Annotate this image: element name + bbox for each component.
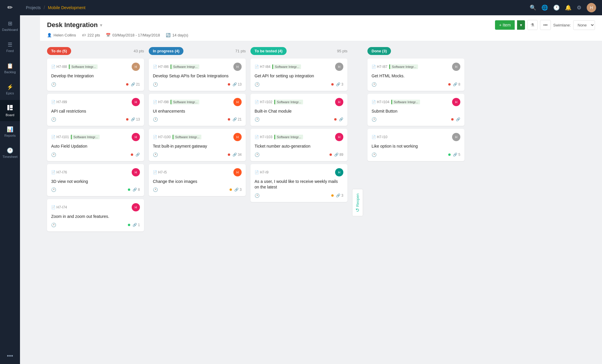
card-title: Ticket number auto-generation: [255, 143, 343, 149]
sidebar-item-dashboard[interactable]: ⊞ Dashboard: [0, 15, 20, 36]
user-avatar[interactable]: H: [587, 3, 596, 12]
bell-icon[interactable]: 🔔: [565, 4, 571, 11]
card-id: 📄 H7-I10: [372, 135, 387, 139]
card-comments: 🔗 8: [133, 188, 140, 192]
card-avatar: H: [452, 133, 460, 141]
card[interactable]: 📄 H7-I98Software Integr...HUI enhancemen…: [149, 94, 246, 126]
card[interactable]: 📄 H7-I88Software Integr...HDevelop the I…: [47, 59, 144, 91]
card-title: Zoom in and zoom out features.: [51, 214, 140, 220]
status-dot: [126, 118, 128, 121]
comment-icon: 🔗: [334, 153, 339, 157]
board-area: To do (5)43 pts📄 H7-I88Software Integr..…: [40, 41, 602, 364]
comment-icon: 🔗: [453, 82, 457, 86]
clock-icon: 🕐: [51, 117, 56, 122]
sidebar-item-reports[interactable]: 📊 Reports: [0, 121, 20, 142]
duration-meta: 🔄 14 day(s): [166, 33, 188, 37]
card-avatar: H: [335, 168, 343, 176]
comment-icon: 🔗: [336, 193, 340, 198]
topnav-actions: 🔍 🌐 🕐 🔔 ⚙ H: [530, 3, 596, 12]
column-header-tobetested: To be tested (4)95 pts: [250, 47, 347, 55]
card[interactable]: 📄 H7-I10HLike option is not working🕐🔗 5: [367, 129, 464, 161]
column-badge-todo: To do (5): [47, 47, 71, 55]
page-title-caret-icon[interactable]: ▾: [100, 22, 102, 28]
card-title: 3D view not working: [51, 179, 140, 185]
reports-icon: 📊: [7, 126, 13, 133]
svg-rect-0: [7, 105, 9, 110]
more-options-button[interactable]: •••: [540, 20, 551, 30]
clock-icon[interactable]: 🕐: [553, 4, 560, 11]
status-dot: [448, 83, 451, 86]
owner-name: Helen Collins: [53, 33, 76, 37]
card[interactable]: 📄 H7-I9HAs a user, I would like to recei…: [250, 164, 347, 202]
card[interactable]: 📄 H7-I87Software Integr...HGet HTML Mock…: [367, 59, 464, 91]
status-dot: [230, 188, 232, 191]
card-comments: 🔗: [456, 117, 460, 121]
card[interactable]: 📄 H7-I74HZoom in and zoom out features.🕐…: [47, 199, 144, 231]
column-header-todo: To do (5)43 pts: [47, 47, 144, 55]
card-title: API call restrictions: [51, 108, 140, 114]
search-icon[interactable]: 🔍: [530, 4, 536, 11]
header-actions: + Item ▾ ⚗ ••• Swimlane: None: [495, 20, 595, 30]
owner-meta: 👤 Helen Collins: [47, 33, 76, 37]
comment-icon: 🔗: [233, 82, 237, 86]
card-id: 📄 H7-I74: [51, 205, 67, 209]
reopen-button[interactable]: ↺ Reopen: [352, 189, 363, 216]
status-dot: [228, 153, 230, 156]
card-tag: Software Integr...: [274, 135, 303, 139]
card-title: As a user, I would like to receive weekl…: [255, 179, 343, 190]
sidebar-item-epics[interactable]: ⚡ Epics: [0, 79, 20, 100]
card[interactable]: 📄 H7-I104Software Integr...HSubmit Butto…: [367, 94, 464, 126]
card[interactable]: 📄 H7-I102Software Integr...HBuilt-in Cha…: [250, 94, 347, 126]
projects-link[interactable]: Projects: [26, 5, 41, 10]
globe-icon[interactable]: 🌐: [541, 4, 548, 11]
filter-button[interactable]: ⚗: [527, 20, 538, 30]
clock-icon: 🕐: [153, 82, 158, 87]
card-id: 📄 H7-I88: [51, 65, 67, 69]
card[interactable]: 📄 H7-I101Software Integr...HAuto Field U…: [47, 129, 144, 161]
sidebar-item-board[interactable]: Board: [0, 100, 20, 121]
dashboard-icon: ⊞: [8, 20, 12, 27]
clock-icon: 🕐: [153, 117, 158, 122]
status-dot: [330, 153, 332, 156]
clock-icon: 🕐: [255, 82, 260, 87]
comment-icon: 🔗: [233, 153, 237, 157]
clock-icon: 🕐: [255, 117, 260, 122]
card[interactable]: 📄 H7-I100Software Integr...HTest built-i…: [149, 129, 246, 161]
sidebar: ✏ ⊞ Dashboard ☰ Feed 📋 Backlog ⚡ Epics B…: [0, 0, 20, 364]
sidebar-item-backlog[interactable]: 📋 Backlog: [0, 58, 20, 79]
status-dot: [228, 83, 230, 86]
card[interactable]: 📄 H7-I84Software Integr...HGet API for s…: [250, 59, 347, 91]
card[interactable]: 📄 H7-I99HAPI call restrictions🕐🔗 13: [47, 94, 144, 126]
swimlane-select[interactable]: None: [573, 20, 595, 30]
sidebar-more[interactable]: •••: [7, 353, 13, 359]
card-comments: 🔗 5: [453, 153, 460, 157]
status-dot: [451, 118, 454, 121]
card-title: Submit Button: [372, 108, 460, 114]
add-item-button[interactable]: + Item: [495, 20, 515, 30]
comment-icon: 🔗: [131, 117, 135, 121]
card-id: 📄 H7-I99: [51, 100, 67, 104]
card-comments: 🔗 8: [453, 82, 460, 86]
card-comments: 🔗 13: [233, 82, 242, 86]
sidebar-item-timesheet[interactable]: 🕐 Timesheet: [0, 142, 20, 163]
comment-icon: 🔗: [133, 223, 137, 227]
card-id: 📄 H7-I104: [372, 100, 389, 104]
app-logo[interactable]: ✏: [0, 0, 20, 15]
clock-icon: 🕐: [153, 187, 158, 192]
card[interactable]: 📄 H7-I76H3D view not working🕐🔗 8: [47, 164, 144, 196]
card[interactable]: 📄 H7-I86Software Integr...HDevelop Setup…: [149, 59, 246, 91]
add-item-dropdown-button[interactable]: ▾: [517, 20, 525, 30]
status-dot: [331, 194, 334, 197]
sidebar-item-label: Feed: [6, 49, 14, 53]
clock-icon: 🕐: [372, 117, 377, 122]
card-avatar: H: [452, 98, 460, 106]
settings-icon[interactable]: ⚙: [577, 4, 581, 11]
status-dot: [128, 224, 130, 226]
sidebar-item-feed[interactable]: ☰ Feed: [0, 36, 20, 58]
page-title: Desk Integration: [47, 21, 98, 29]
card-avatar: H: [132, 133, 140, 141]
card[interactable]: 📄 H7-I103Software Integr...HTicket numbe…: [250, 129, 347, 161]
card-comments: 🔗 3: [234, 188, 242, 192]
card[interactable]: 📄 H7-I5HChange the icon images🕐🔗 3: [149, 164, 246, 196]
card-tag: Software Integr...: [274, 100, 303, 104]
